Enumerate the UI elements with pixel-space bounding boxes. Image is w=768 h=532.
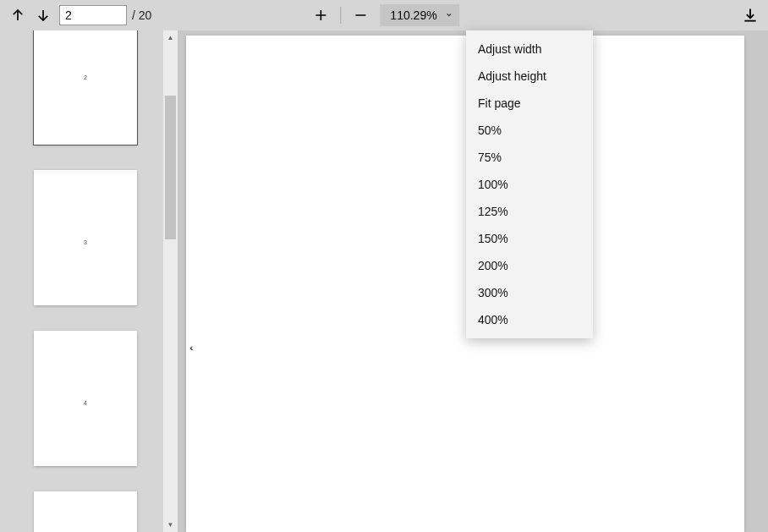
download-button[interactable] bbox=[738, 3, 763, 28]
thumbnail-sidebar: 2 3 4 5 ▲ ▼ bbox=[0, 30, 178, 532]
zoom-option-75[interactable]: 75% bbox=[466, 144, 593, 171]
scrollbar-track[interactable] bbox=[163, 45, 178, 518]
plus-icon bbox=[313, 8, 328, 23]
thumbnail-page-number: 2 bbox=[84, 74, 87, 80]
thumbnail-page[interactable]: 2 bbox=[34, 30, 137, 145]
zoom-option-200[interactable]: 200% bbox=[466, 252, 593, 279]
scroll-up-button[interactable]: ▲ bbox=[163, 30, 178, 45]
thumbnail-page[interactable]: 3 bbox=[34, 170, 137, 305]
zoom-value-label: 110.29% bbox=[390, 8, 436, 22]
sidebar-scrollbar[interactable]: ▲ ▼ bbox=[163, 30, 178, 532]
download-icon bbox=[742, 7, 759, 24]
page-number-input[interactable] bbox=[59, 5, 127, 25]
sidebar-collapse-handle[interactable]: ‹‹ bbox=[189, 343, 190, 353]
thumbnail-page[interactable]: 4 bbox=[34, 331, 137, 466]
minus-icon bbox=[353, 8, 368, 23]
thumbnail-page[interactable]: 5 bbox=[34, 491, 137, 532]
zoom-option-100[interactable]: 100% bbox=[466, 171, 593, 198]
zoom-option-400[interactable]: 400% bbox=[466, 306, 593, 333]
scroll-down-button[interactable]: ▼ bbox=[163, 518, 178, 532]
zoom-in-button[interactable] bbox=[308, 3, 333, 28]
zoom-option-125[interactable]: 125% bbox=[466, 198, 593, 225]
chevron-down-icon bbox=[446, 11, 453, 20]
page-total-label: / 20 bbox=[132, 8, 151, 22]
zoom-out-button[interactable] bbox=[348, 3, 373, 28]
zoom-option-50[interactable]: 50% bbox=[466, 117, 593, 144]
next-page-button[interactable] bbox=[30, 3, 56, 28]
divider bbox=[340, 7, 341, 24]
document-page bbox=[186, 36, 744, 532]
toolbar: / 20 110.29% bbox=[0, 0, 768, 30]
zoom-option-adjust-width[interactable]: Adjust width bbox=[466, 36, 593, 63]
zoom-option-300[interactable]: 300% bbox=[466, 279, 593, 306]
thumbnail-page-number: 3 bbox=[84, 239, 87, 245]
zoom-option-150[interactable]: 150% bbox=[466, 225, 593, 252]
zoom-dropdown-menu: Adjust width Adjust height Fit page 50% … bbox=[466, 30, 593, 338]
zoom-option-adjust-height[interactable]: Adjust height bbox=[466, 63, 593, 90]
toolbar-zoom-group: 110.29% bbox=[308, 3, 459, 28]
prev-page-button[interactable] bbox=[5, 3, 30, 28]
scrollbar-thumb[interactable] bbox=[165, 96, 176, 239]
arrow-down-icon bbox=[36, 8, 51, 23]
arrow-up-icon bbox=[10, 8, 25, 23]
zoom-select[interactable]: 110.29% bbox=[380, 4, 459, 26]
thumbnail-page-number: 4 bbox=[84, 400, 87, 406]
zoom-option-fit-page[interactable]: Fit page bbox=[466, 90, 593, 117]
